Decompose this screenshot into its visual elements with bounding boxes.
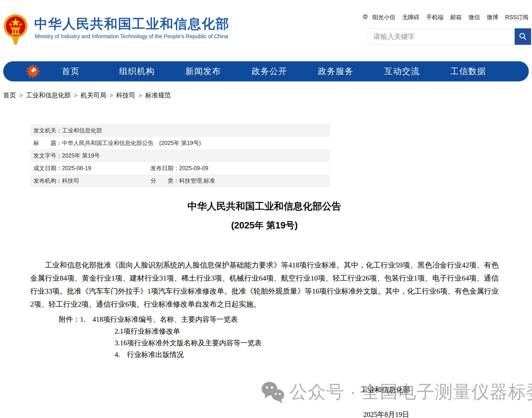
document-meta-table: 发文机关：工业和信息化部 标 题：中华人民共和国工业和信息化部公告 (2025年… [30, 124, 330, 187]
signature-date: 2025年8月19日 [363, 410, 409, 418]
breadcrumb-standards[interactable]: 标准规范 [145, 91, 171, 100]
meta-value: 2025-08-19 [62, 165, 91, 171]
meta-row-title: 标 题：中华人民共和国工业和信息化部公告 (2025年 第19号) [30, 137, 330, 149]
quick-link-mobile[interactable]: 手机端 [426, 13, 443, 21]
quick-link-mailbox[interactable]: 邮箱 [450, 13, 462, 21]
breadcrumb-separator: > [19, 92, 23, 99]
meta-label: 发布机构： [33, 177, 62, 184]
nav-item-gov-affairs[interactable]: 政务公开 [236, 66, 303, 77]
nav-item-home[interactable]: 首页 [37, 66, 104, 77]
breadcrumb-separator: > [109, 92, 113, 99]
attachment-item-1: 附件：1. 418项行业标准编号、名称、主要内容等一览表 [59, 315, 238, 324]
nav-item-organization[interactable]: 组织机构 [104, 66, 170, 77]
search-icon [518, 32, 527, 41]
meta-row-doc-number: 发文字号：2025年 第19号 [30, 149, 330, 162]
meta-value: 2025年 第19号 [62, 152, 100, 159]
search-bar [368, 28, 531, 45]
quick-link-rss[interactable]: RSS订阅 [505, 13, 528, 21]
nav-item-interaction[interactable]: 互动交流 [369, 66, 435, 77]
nav-item-miit-data[interactable]: 工信数据 [435, 66, 501, 77]
search-button[interactable] [515, 28, 531, 45]
site-subtitle: Ministry of Industry and Information Tec… [35, 33, 228, 40]
meta-col2: 分 类：科技管理,标准 [151, 174, 215, 187]
site-header: 中华人民共和国工业和信息化部 Ministry of Industry and … [0, 0, 532, 59]
quick-links-bar: 阳光小信 无障碍 手机端 邮箱 微信 微博 RSS订阅 [362, 13, 528, 21]
nav-item-news[interactable]: 新闻发布 [170, 66, 236, 77]
attachment-item-3: 3.16项行业标准外文版名称及主要内容等一览表 [115, 338, 262, 348]
breadcrumb: 首页 > 工业和信息化部 > 机关司局 > 科技司 > 标准规范 [3, 91, 171, 100]
meta-label: 发文字号： [33, 152, 62, 159]
meta-col2: 发布日期：2025-09-09 [151, 162, 208, 174]
quick-link-accessibility[interactable]: 无障碍 [402, 13, 419, 21]
meta-label: 标 题： [33, 140, 62, 146]
main-navigation: 首页 组织机构 新闻发布 政务公开 政务服务 互动交流 工信数据 [3, 61, 529, 81]
miit-gear-logo [26, 64, 40, 78]
search-input[interactable] [368, 29, 515, 45]
meta-value: 科技管理,标准 [179, 177, 215, 184]
meta-value: 科技司 [62, 177, 79, 184]
article-title-number: (2025年 第19号) [30, 219, 499, 232]
article-title: 中华人民共和国工业和信息化部公告 [30, 200, 499, 213]
nav-item-gov-services[interactable]: 政务服务 [303, 66, 369, 77]
quick-link-weibo[interactable]: 微博 [487, 13, 498, 21]
article-body: 中华人民共和国工业和信息化部公告 (2025年 第19号) 工业和信息化部批准《… [30, 197, 499, 311]
meta-label: 发布日期： [151, 165, 179, 171]
breadcrumb-departments[interactable]: 机关司局 [81, 91, 106, 100]
article-paragraph: 工业和信息化部批准《面向人脸识别系统的人脸信息保护基础能力要求》等418项行业标… [30, 259, 499, 311]
robot-assistant-icon [362, 13, 369, 21]
breadcrumb-separator: > [74, 92, 77, 99]
quick-link-wechat[interactable]: 微信 [469, 13, 480, 21]
meta-value: 工业和信息化部 [62, 127, 102, 134]
signature-agency: 工业和信息化部 [360, 385, 410, 395]
breadcrumb-separator: > [139, 92, 142, 99]
site-title: 中华人民共和国工业和信息化部 [34, 15, 230, 33]
wechat-icon [260, 380, 285, 404]
meta-label: 成文日期： [33, 165, 62, 171]
meta-label: 分 类： [151, 177, 179, 184]
meta-row-publisher: 发布机构：科技司 分 类：科技管理,标准 [30, 174, 330, 187]
quick-link-yangguangxiaoxin[interactable]: 阳光小信 [373, 13, 395, 21]
breadcrumb-miit[interactable]: 工业和信息化部 [26, 91, 71, 100]
breadcrumb-science-dept[interactable]: 科技司 [116, 91, 135, 100]
breadcrumb-home[interactable]: 首页 [3, 91, 16, 100]
meta-value: 中华人民共和国工业和信息化部公告 (2025年 第19号) [62, 140, 201, 146]
national-emblem-logo [3, 12, 28, 47]
meta-row-issuing-agency: 发文机关：工业和信息化部 [30, 124, 330, 137]
meta-row-dates: 成文日期：2025-08-19 发布日期：2025-09-09 [30, 162, 330, 174]
meta-label: 发文机关： [33, 127, 62, 134]
attachment-item-4: 4. 行业标准出版情况 [115, 350, 184, 360]
meta-value: 2025-09-09 [179, 165, 208, 171]
attachment-item-2: 2.1项行业标准修改单 [115, 326, 180, 336]
watermark-text: 公众号 · 全国电子测量仪器标委会 [290, 380, 532, 404]
